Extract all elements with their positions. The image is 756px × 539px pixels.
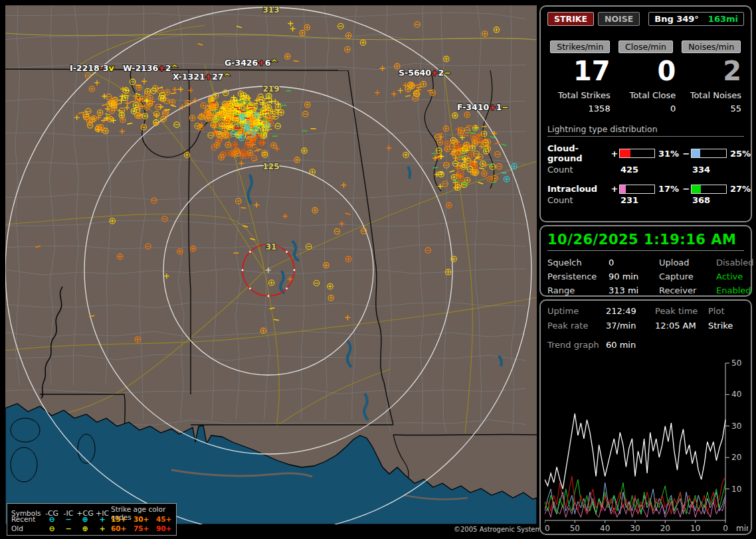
uptime-label: Uptime	[547, 306, 606, 316]
legend-header-row: Symbols -CG -IC +CG +IC Strike age color…	[11, 505, 173, 514]
strikes-per-min-value: 17	[550, 57, 611, 85]
cloud-ground-label: Cloud-ground	[547, 143, 610, 163]
svg-text:50: 50	[570, 524, 580, 533]
trend-axis-labels: 50403020106050403020100min	[545, 359, 748, 533]
svg-text:30: 30	[731, 422, 741, 431]
ic-pos-bar	[619, 185, 655, 194]
minus-sign: −	[682, 149, 691, 159]
lightning-map[interactable]: 313 219 125 31 I-2218-3vW-2136+2^X-1321+…	[5, 5, 537, 524]
ring-label-31: 31	[266, 242, 277, 252]
age-code-75: 75+	[134, 524, 156, 532]
noises-per-min-button[interactable]: Noises/min	[682, 40, 741, 53]
svg-text:40: 40	[731, 390, 741, 399]
copyright-text: ©2005 Astrogenic Systems	[454, 526, 545, 533]
capture-status: Active	[716, 271, 753, 281]
ic-pos-count: 231	[619, 195, 655, 205]
persistence-value: 90 min	[609, 271, 659, 281]
peak-time-label: Peak time	[655, 306, 708, 316]
upload-label: Upload	[659, 258, 716, 268]
svg-text:60: 60	[545, 524, 550, 533]
capture-label: Capture	[659, 271, 716, 281]
strikes-per-min-button[interactable]: Strikes/min	[550, 40, 610, 53]
legend-recent-label: Recent	[11, 515, 43, 523]
storm-cell-label-X-1321: X-1321+27^	[173, 72, 231, 82]
ic-neg-bar	[691, 185, 727, 194]
strikes-per-min-column: Strikes/min 17 Total Strikes 1358	[547, 40, 613, 114]
total-close-label: Total Close	[616, 90, 676, 100]
peak-rate-label: Peak rate	[547, 321, 606, 331]
legend-old-label: Old	[11, 524, 43, 532]
age-code-15: 15+	[111, 515, 134, 523]
status-grid: Uptime 212:49 Peak time Plot Peak rate 3…	[547, 306, 744, 331]
plus-icon: +	[94, 515, 111, 524]
storm-cell-label-F-3410: F-3410+1−	[457, 102, 509, 112]
svg-text:40: 40	[600, 524, 610, 533]
range-value: 313 mi	[609, 285, 659, 295]
cg-pos-percent: 31%	[655, 149, 682, 159]
close-per-min-value: 0	[616, 57, 676, 85]
persistence-label: Persistence	[547, 271, 609, 281]
receiver-status: Enabled	[716, 285, 753, 295]
age-code-90: 90+	[156, 524, 176, 532]
count-label: Count	[547, 165, 610, 175]
ring-label-125: 125	[262, 162, 279, 171]
trend-graph-row: Trend graph 60 min	[547, 340, 744, 350]
total-strikes-label: Total Strikes	[550, 90, 611, 100]
intracloud-label: Intracloud	[547, 184, 610, 194]
age-code-30: 30+	[134, 515, 156, 523]
strike-stats-panel: STRIKE NOISE Bng 349° 163mi Strikes/min …	[539, 5, 752, 222]
uptime-value: 212:49	[606, 306, 655, 316]
distribution-title: Lightning type distribution	[547, 124, 744, 137]
storm-cell-label-W-2136: W-2136+2^	[123, 63, 178, 73]
svg-text:min: min	[736, 524, 748, 533]
lake	[11, 418, 40, 442]
total-strikes-value: 1358	[550, 104, 611, 114]
symbol-legend: Symbols -CG -IC +CG +IC Strike age color…	[7, 503, 177, 536]
total-noises-value: 55	[681, 104, 741, 114]
upload-status: Disabled	[716, 258, 753, 268]
peak-rate-value: 37/min	[606, 321, 655, 331]
clock-settings-panel: 10/26/2025 1:19:16 AM Squelch 0 Upload D…	[539, 225, 752, 297]
circle-plus-icon: ⊕	[76, 524, 94, 533]
storm-cell-label-G-3426: G-3426+6^	[225, 58, 278, 68]
lake	[78, 434, 95, 463]
cg-pos-bar	[619, 149, 655, 158]
count-label: Count	[547, 195, 610, 205]
minus-icon: −	[60, 515, 76, 524]
cg-neg-bar	[691, 149, 727, 158]
trend-graph-window: 60 min	[606, 340, 744, 350]
total-close-value: 0	[616, 104, 676, 114]
minus-icon: −	[60, 524, 76, 533]
svg-text:10: 10	[731, 485, 741, 494]
total-noises-label: Total Noises	[681, 90, 741, 100]
ic-pos-percent: 17%	[655, 184, 682, 194]
noises-per-min-value: 2	[681, 57, 741, 85]
bearing-distance: 163mi	[708, 14, 738, 24]
map-canvas[interactable]: 313 219 125 31 I-2218-3vW-2136+2^X-1321+…	[5, 5, 537, 524]
bearing-value: Bng 349°	[654, 14, 699, 24]
cg-pos-count: 425	[619, 165, 655, 175]
ring-label-219: 219	[262, 84, 279, 94]
datetime-display: 10/26/2025 1:19:16 AM	[547, 232, 744, 251]
peak-time-value: 12:05 AM	[655, 321, 708, 331]
bearing-readout: Bng 349° 163mi	[648, 12, 744, 26]
settings-grid: Squelch 0 Upload Disabled Persistence 90…	[547, 258, 744, 295]
noise-mode-button[interactable]: NOISE	[598, 12, 640, 26]
range-label: Range	[547, 285, 609, 295]
ic-neg-percent: 27%	[727, 184, 752, 194]
plus-sign: +	[610, 184, 619, 194]
svg-text:10: 10	[690, 524, 700, 533]
circle-plus-icon: ⊕	[76, 515, 94, 524]
storm-cell-label-S-5640: S-5640+2−	[399, 68, 451, 78]
close-per-min-column: Close/min 0 Total Close 0	[613, 40, 679, 114]
minus-sign: −	[682, 184, 691, 194]
age-code-60: 60+	[111, 524, 134, 532]
noises-per-min-column: Noises/min 2 Total Noises 55	[678, 40, 744, 114]
plot-label: Plot	[708, 306, 744, 316]
ring-label-313: 313	[262, 5, 279, 15]
strike-mode-button[interactable]: STRIKE	[547, 12, 594, 26]
squelch-value: 0	[609, 258, 659, 268]
svg-text:0: 0	[723, 524, 728, 533]
close-per-min-button[interactable]: Close/min	[618, 40, 673, 53]
age-code-45: 45+	[156, 515, 176, 523]
